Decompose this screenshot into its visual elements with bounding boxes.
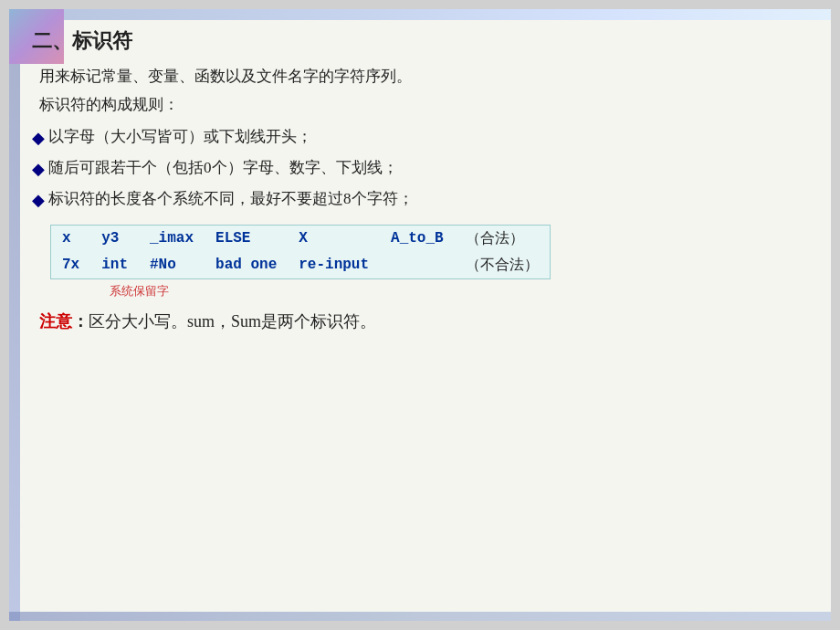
bullet-item-1: ◆ 以字母（大小写皆可）或下划线开头；: [32, 124, 813, 152]
left-bar-decoration: [9, 64, 20, 621]
bullet-diamond-3: ◆: [32, 187, 45, 214]
example-table: x y3 _imax ELSE X A_to_B （合法） 7x int #No…: [50, 225, 551, 279]
notice-text: 区分大小写。sum，Sum是两个标识符。: [89, 312, 376, 331]
bullet-text-1: 以字母（大小写皆可）或下划线开头；: [48, 124, 312, 149]
top-bar-decoration: [64, 9, 831, 20]
invalid-id-1: 7x: [51, 252, 91, 279]
valid-id-4: ELSE: [205, 225, 288, 252]
invalid-id-4: bad one: [205, 252, 288, 279]
invalid-identifiers-row: 7x int #No bad one re-input （不合法）: [51, 252, 551, 279]
bottom-bar-decoration: [9, 612, 831, 621]
notice-line: 注意：区分大小写。sum，Sum是两个标识符。: [39, 309, 813, 335]
bullet-diamond-2: ◆: [32, 156, 45, 183]
slide: 二、标识符 用来标记常量、变量、函数以及文件名字的字符序列。 标识符的构成规则：…: [9, 9, 831, 621]
description-2: 标识符的构成规则：: [39, 92, 813, 117]
notice-colon: ：: [72, 312, 89, 331]
valid-id-5: X: [288, 225, 380, 252]
invalid-id-5: re-input: [288, 252, 380, 279]
valid-identifiers-row: x y3 _imax ELSE X A_to_B （合法）: [51, 225, 551, 252]
invalid-id-3: #No: [139, 252, 205, 279]
valid-id-1: x: [51, 225, 91, 252]
bullet-text-3: 标识符的长度各个系统不同，最好不要超过8个字符；: [48, 186, 414, 211]
reserved-note: 系统保留字: [110, 283, 813, 299]
notice-word: 注意: [39, 312, 72, 331]
valid-label: （合法）: [455, 225, 551, 252]
section-title: 二、标识符: [32, 27, 813, 55]
valid-id-3: _imax: [139, 225, 205, 252]
valid-id-6: A_to_B: [380, 225, 455, 252]
bullet-text-2: 随后可跟若干个（包括0个）字母、数字、下划线；: [48, 155, 398, 180]
valid-id-2: y3: [90, 225, 139, 252]
example-table-wrapper: x y3 _imax ELSE X A_to_B （合法） 7x int #No…: [32, 225, 813, 299]
bullet-item-2: ◆ 随后可跟若干个（包括0个）字母、数字、下划线；: [32, 155, 813, 183]
bullet-item-3: ◆ 标识符的长度各个系统不同，最好不要超过8个字符；: [32, 186, 813, 214]
description-1: 用来标记常量、变量、函数以及文件名字的字符序列。: [39, 64, 813, 89]
invalid-id-2: int: [90, 252, 139, 279]
invalid-label: （不合法）: [455, 252, 551, 279]
invalid-id-6: [380, 252, 455, 279]
main-content: 二、标识符 用来标记常量、变量、函数以及文件名字的字符序列。 标识符的构成规则：…: [32, 27, 813, 603]
bullet-diamond-1: ◆: [32, 125, 45, 152]
